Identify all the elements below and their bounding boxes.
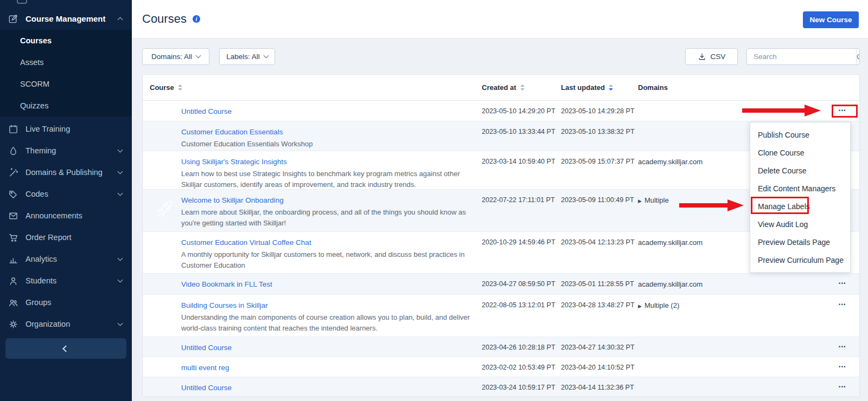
- annotation-box-manage-labels: [751, 197, 809, 214]
- menu-item-preview-details-page[interactable]: Preview Details Page: [750, 233, 850, 251]
- last-updated-cell: 2023-05-10 13:38:32 PT: [561, 121, 638, 151]
- last-updated-cell: 2023-04-27 14:30:32 PT: [561, 337, 638, 357]
- chevron-down-icon: [118, 169, 123, 174]
- sidebar-item-courses[interactable]: Courses: [0, 30, 132, 51]
- last-updated-cell: 2023-05-09 15:07:37 PT: [561, 151, 638, 189]
- sidebar-item-order-report[interactable]: Order Report: [0, 227, 132, 248]
- course-management-submenu: Courses Assets SCORM Quizzes: [0, 30, 132, 117]
- column-header-created-at[interactable]: Created at: [482, 83, 561, 92]
- sidebar-item-live-training[interactable]: Live Training: [0, 118, 132, 140]
- chevron-up-icon: [118, 17, 123, 22]
- created-at-cell: 2020-10-29 14:59:46 PT: [482, 232, 561, 273]
- row-actions-ellipsis-button[interactable]: •••: [839, 364, 846, 370]
- created-at-cell: 2023-04-26 10:28:18 PT: [482, 337, 561, 357]
- last-updated-cell: 2023-05-04 12:13:23 PT: [561, 232, 638, 273]
- tag-icon: [8, 189, 18, 199]
- course-link[interactable]: multi event reg: [181, 364, 229, 372]
- sort-icon[interactable]: [178, 85, 182, 90]
- sidebar-item-course-management[interactable]: Course Management: [0, 8, 132, 29]
- menu-item-preview-curriculum-page[interactable]: Preview Curriculum Page: [750, 251, 850, 269]
- column-header-last-updated[interactable]: Last updated: [561, 83, 638, 92]
- caret-right-icon: ▶: [638, 198, 642, 204]
- course-link[interactable]: Welcome to Skilljar Onboarding: [181, 196, 284, 204]
- domains-cell: [638, 357, 784, 377]
- last-updated-cell: 2023-05-01 11:28:55 PT: [561, 274, 638, 294]
- domains-cell: [638, 377, 784, 397]
- course-link[interactable]: Untitled Course: [181, 107, 232, 115]
- sidebar-item-theming[interactable]: Theming: [0, 140, 132, 161]
- sort-icon-active-desc[interactable]: [609, 85, 613, 90]
- row-actions-ellipsis-button[interactable]: •••: [839, 344, 846, 350]
- sidebar-item-assets[interactable]: Assets: [0, 51, 132, 73]
- menu-item-delete-course[interactable]: Delete Course: [750, 161, 850, 179]
- chevron-left-icon: [62, 345, 69, 352]
- last-updated-cell: 2023-05-10 14:29:28 PT: [561, 101, 638, 121]
- course-link[interactable]: Using Skilljar's Strategic Insights: [181, 158, 287, 166]
- sidebar-item-announcements[interactable]: Announcements: [0, 205, 132, 227]
- page-header: Courses i New Course: [132, 0, 868, 38]
- chevron-down-icon: [118, 255, 123, 261]
- sidebar-item-analytics[interactable]: Analytics: [0, 248, 132, 270]
- labels-filter-dropdown[interactable]: Labels: All: [219, 48, 275, 65]
- sidebar-item-groups[interactable]: Groups: [0, 292, 132, 313]
- sidebar-item-students[interactable]: Students: [0, 270, 132, 292]
- row-actions-ellipsis-button[interactable]: •••: [839, 281, 846, 286]
- last-updated-cell: 2023-04-20 14:10:52 PT: [561, 357, 638, 377]
- domains-cell[interactable]: ▶Multiple (2): [638, 295, 784, 337]
- created-at-cell: 2023-05-10 13:33:44 PT: [482, 121, 561, 151]
- search-input[interactable]: [747, 49, 856, 64]
- course-description: Learn more about Skilljar, the onboardin…: [181, 207, 477, 228]
- course-link[interactable]: Building Courses in Skilljar: [181, 301, 268, 309]
- new-course-button[interactable]: New Course: [803, 11, 859, 28]
- course-description: Learn how to best use Strategic Insights…: [181, 169, 477, 190]
- domains-cell: [638, 337, 784, 357]
- course-link[interactable]: Video Bookmark in FLL Test: [181, 280, 272, 288]
- chevron-down-icon: [118, 147, 123, 152]
- menu-item-edit-content-managers[interactable]: Edit Content Managers: [750, 179, 850, 197]
- row-actions-ellipsis-button[interactable]: •••: [839, 302, 846, 307]
- cart-icon: [8, 232, 18, 243]
- column-header-course[interactable]: Course: [143, 83, 482, 92]
- annotation-box-ellipsis: [832, 105, 858, 118]
- table-header-row: Course Created at Last updated Domains: [143, 75, 859, 101]
- course-link[interactable]: Customer Education Essentials: [181, 128, 283, 136]
- wand-icon: [8, 167, 18, 178]
- sort-icon[interactable]: [520, 85, 525, 90]
- menu-item-publish-course[interactable]: Publish Course: [750, 126, 850, 144]
- course-link[interactable]: Customer Education Virtual Coffee Chat: [181, 238, 311, 247]
- people-icon: [8, 297, 18, 308]
- menu-item-clone-course[interactable]: Clone Course: [750, 144, 850, 161]
- created-at-cell: 2022-08-05 13:12:01 PT: [482, 295, 561, 337]
- course-description: A monthly opportunity for Skilljar custo…: [181, 249, 477, 270]
- info-icon[interactable]: i: [193, 15, 200, 23]
- chevron-down-icon: [118, 320, 123, 326]
- sidebar-item-domains-publishing[interactable]: Domains & Publishing: [0, 161, 132, 183]
- last-updated-cell: 2023-04-28 13:48:27 PT: [561, 295, 638, 337]
- table-row: Untitled Course 2023-03-24 10:59:17 PT 2…: [143, 377, 859, 397]
- csv-export-button[interactable]: CSV: [685, 48, 738, 65]
- domains-filter-dropdown[interactable]: Domains: All: [142, 48, 209, 65]
- sidebar-item-label: Course Management: [25, 14, 106, 23]
- table-row: Building Courses in SkilljarUnderstandin…: [143, 295, 859, 337]
- course-description: Customer Education Essentials Workshop: [181, 139, 477, 150]
- row-actions-ellipsis-button[interactable]: •••: [839, 384, 846, 390]
- course-link[interactable]: Untitled Course: [181, 384, 232, 392]
- chevron-down-icon: [196, 53, 201, 59]
- sidebar-item-quizzes[interactable]: Quizzes: [0, 95, 132, 117]
- gear-icon: [8, 319, 18, 329]
- table-row: multi event reg 2023-02-02 10:53:49 PT 2…: [143, 357, 859, 377]
- sidebar-item-scorm[interactable]: SCORM: [0, 73, 132, 95]
- courses-admin-page: Course Management Courses Assets SCORM Q…: [0, 0, 868, 401]
- menu-item-view-audit-log[interactable]: View Audit Log: [750, 215, 850, 233]
- domains-cell: academy.skilljar.com: [638, 274, 784, 294]
- course-link[interactable]: Untitled Course: [181, 344, 232, 352]
- chart-icon: [8, 254, 18, 264]
- page-title: Courses: [142, 12, 187, 26]
- sidebar-item-organization[interactable]: Organization: [0, 313, 132, 335]
- chevron-down-icon: [263, 53, 269, 59]
- sidebar-item-codes[interactable]: Codes: [0, 183, 132, 205]
- sidebar-collapse-button[interactable]: [5, 338, 126, 359]
- search-go-button[interactable]: Go: [856, 49, 860, 64]
- chevron-down-icon: [118, 277, 123, 282]
- calendar-icon: [8, 124, 18, 134]
